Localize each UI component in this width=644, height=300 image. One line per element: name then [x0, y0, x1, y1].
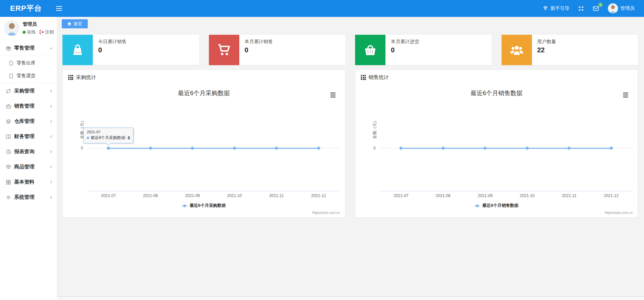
stat-card-today-sales[interactable]: 今日累计销售 0 — [62, 35, 199, 65]
chevron-left-icon — [50, 181, 53, 184]
chart-tooltip: 2021-07最近6个月采购数据: 0 — [83, 128, 133, 143]
th-grid-icon — [68, 75, 73, 80]
chart-panels: 采购统计 最近6个月采购数据金额（元）02021-072021-082021-0… — [62, 70, 638, 218]
repeat-icon — [6, 88, 11, 94]
panel-header: 销售统计 — [355, 70, 638, 84]
data-point-marker[interactable] — [526, 147, 529, 150]
chevron-left-icon — [50, 150, 53, 154]
highcharts-credits-link[interactable]: Highcharts.com.cn — [605, 211, 633, 215]
gem-icon — [543, 5, 548, 12]
data-point-marker[interactable] — [107, 147, 110, 150]
data-point-marker[interactable] — [233, 147, 236, 150]
sidebar-item-purchase[interactable]: 采购管理 — [0, 83, 57, 99]
stat-card-month-purchase[interactable]: 本月累计进货 0 — [355, 35, 492, 65]
sidebar-menu: 零售管理 零售出库 零售退货 采购管理 — [0, 40, 57, 205]
chevron-left-icon — [50, 165, 53, 169]
guide-label: 新手引导 — [551, 5, 569, 11]
chart-legend[interactable]: 最近6个月销售数据 — [355, 203, 638, 209]
chart-legend[interactable]: 最近6个月采购数据 — [63, 203, 345, 209]
sidebar-user-name: 管理员 — [23, 21, 54, 27]
tooltip-series-dot — [87, 137, 89, 139]
x-axis-label: 2021-08 — [422, 193, 464, 198]
sidebar: 管理员 在线 注销 零售管理 — [0, 17, 57, 300]
stat-value: 22 — [537, 46, 556, 54]
sidebar-item-reports[interactable]: 报表查询 — [0, 144, 57, 159]
data-point-marker[interactable] — [484, 147, 487, 150]
sidebar-item-retail-return[interactable]: 零售退货 — [0, 70, 57, 82]
pie-chart-icon — [6, 149, 11, 155]
sidebar-item-sales[interactable]: 销售管理 — [0, 99, 57, 114]
chevron-left-icon — [50, 196, 53, 199]
series-line — [108, 148, 319, 149]
x-axis-label: 2021-10 — [506, 193, 548, 198]
user-menu[interactable]: 管理员 — [608, 3, 635, 13]
sidebar-item-system[interactable]: 系统管理 — [0, 190, 57, 205]
sidebar-toggle-icon[interactable] — [56, 6, 62, 11]
tabs-bar: 首页 — [57, 17, 644, 31]
data-point-marker[interactable] — [149, 147, 152, 150]
sidebar-item-retail[interactable]: 零售管理 — [0, 40, 57, 56]
data-point-marker[interactable] — [317, 147, 320, 150]
sidebar-item-retail-outbound[interactable]: 零售出库 — [0, 57, 57, 70]
user-label: 管理员 — [620, 5, 635, 11]
x-axis-label: 2021-07 — [380, 193, 422, 198]
y-axis-title: 金额（元） — [372, 114, 378, 144]
online-status-dot — [23, 31, 26, 34]
mail-icon[interactable]: 0 — [593, 6, 599, 11]
stat-card-month-sales[interactable]: 本月累计销售 0 — [209, 35, 346, 65]
stat-label: 本月累计进货 — [391, 39, 419, 45]
stat-value: 0 — [98, 46, 127, 54]
logout-link[interactable]: 注销 — [39, 29, 54, 35]
chevron-left-icon — [50, 105, 53, 108]
y-axis-tick-label: 0 — [72, 146, 83, 151]
th-grid-icon — [361, 75, 366, 80]
data-point-marker[interactable] — [610, 147, 613, 150]
fullscreen-icon[interactable] — [578, 6, 584, 11]
stat-card-user-count[interactable]: 用户数量 22 — [502, 35, 638, 65]
avatar — [608, 3, 618, 13]
data-point-marker[interactable] — [275, 147, 278, 150]
online-status-label: 在线 — [27, 29, 35, 35]
x-axis-label: 2021-12 — [590, 193, 633, 198]
sidebar-item-warehouse[interactable]: 仓库管理 — [0, 114, 57, 129]
stat-value: 0 — [245, 46, 273, 54]
x-axis-line — [380, 191, 632, 191]
stat-label: 用户数量 — [537, 39, 556, 45]
chevron-left-icon — [50, 120, 53, 123]
x-axis-label: 2021-09 — [171, 193, 214, 198]
sales-chart: 最近6个月销售数据金额（元）02021-072021-082021-092021… — [355, 84, 638, 216]
guide-button[interactable]: 新手引导 — [543, 5, 569, 12]
chevron-down-icon — [50, 47, 53, 50]
bag-icon — [62, 35, 93, 65]
sidebar-item-basic-data[interactable]: 基本资料 — [0, 174, 57, 190]
plot-area: 2021-072021-082021-092021-102021-112021-… — [380, 84, 632, 216]
sidebar-item-products[interactable]: 商品管理 — [0, 159, 57, 174]
main-content: 首页 今日累计销售 0 — [57, 17, 644, 300]
data-point-marker[interactable] — [191, 147, 194, 150]
sidebar-user-block: 管理员 在线 注销 — [0, 17, 57, 38]
tab-home[interactable]: 首页 — [62, 19, 88, 28]
data-point-marker[interactable] — [568, 147, 571, 150]
tooltip-category: 2021-07 — [87, 130, 130, 134]
chevron-left-icon — [50, 135, 53, 138]
document-icon — [8, 60, 14, 66]
tooltip-value: 0 — [128, 136, 130, 140]
y-axis-tick-label: 0 — [365, 146, 376, 151]
mail-badge: 0 — [598, 3, 603, 7]
data-point-marker[interactable] — [400, 147, 403, 150]
x-axis-label: 2021-08 — [130, 193, 172, 198]
users-icon — [502, 35, 532, 65]
box-icon — [6, 164, 11, 170]
content-footer-divider — [57, 296, 644, 300]
sidebar-item-finance[interactable]: 财务管理 — [0, 129, 57, 144]
stat-value: 0 — [391, 46, 419, 54]
panel-title: 销售统计 — [369, 74, 389, 81]
tooltip-series-name: 最近6个月采购数据: — [90, 135, 126, 141]
highcharts-credits-link[interactable]: Highcharts.com.cn — [312, 211, 340, 215]
stat-label: 本月累计销售 — [245, 39, 273, 45]
chevron-left-icon — [50, 89, 53, 93]
stat-cards: 今日累计销售 0 本月累计销售 0 — [62, 35, 638, 65]
sidebar-submenu-retail: 零售出库 零售退货 — [0, 56, 57, 83]
data-point-marker[interactable] — [441, 147, 445, 150]
purchase-stats-panel: 采购统计 最近6个月采购数据金额（元）02021-072021-082021-0… — [62, 70, 345, 218]
